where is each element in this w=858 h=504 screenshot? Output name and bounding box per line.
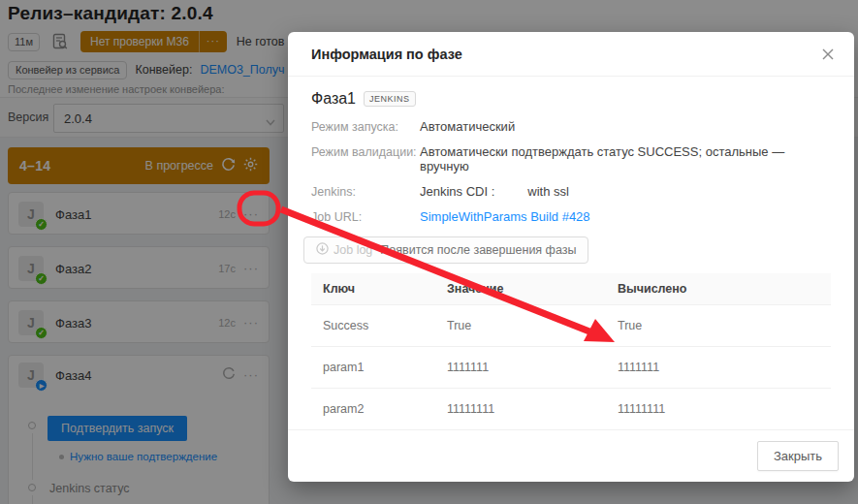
col-value: Значение — [435, 273, 606, 305]
close-icon[interactable] — [819, 46, 837, 63]
job-log-button[interactable]: Job log Появится после завершения фазы — [303, 236, 588, 264]
modal-phase-name: Фаза1 — [311, 90, 356, 108]
field-launch-mode: Режим запуска: Автоматический — [311, 119, 831, 134]
job-log-hint: Появится после завершения фазы — [380, 243, 576, 257]
close-button[interactable]: Закрыть — [757, 441, 839, 471]
job-url-link[interactable]: SimpleWithParams Build #428 — [420, 209, 590, 224]
col-computed: Вычислено — [606, 273, 831, 305]
job-log-icon — [316, 242, 329, 258]
phase-info-modal: Информация по фазе Фаза1 JENKINS Режим з… — [288, 32, 854, 482]
modal-title: Информация по фазе — [311, 47, 462, 62]
params-table: Ключ Значение Вычислено SuccessTrueTrue … — [311, 273, 831, 430]
field-job-url: Job URL: SimpleWithParams Build #428 — [311, 209, 831, 224]
jenkins-tag: JENKINS — [364, 91, 416, 107]
table-row: SuccessTrueTrue — [311, 305, 831, 347]
col-key: Ключ — [311, 273, 435, 305]
table-row: param111111111111111 — [311, 347, 831, 389]
field-validation-mode: Режим валидации: Автоматически подтвержд… — [311, 144, 831, 173]
table-row: param21111111111111111 — [311, 389, 831, 430]
field-jenkins: Jenkins: Jenkins CDI :with ssl — [311, 184, 831, 199]
